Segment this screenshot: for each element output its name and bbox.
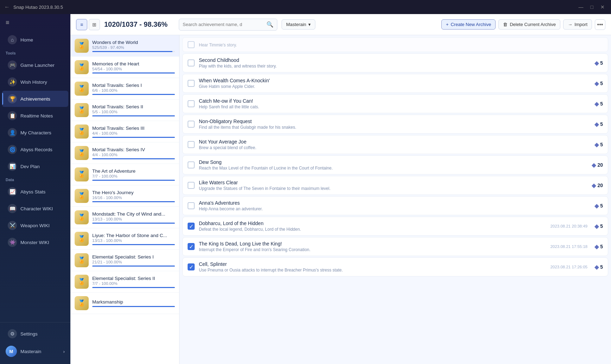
sidebar-item-label: Weapon WIKI <box>20 223 50 228</box>
back-button[interactable]: ← <box>4 4 10 10</box>
category-progress: 525/539 - 97.40% <box>92 45 175 50</box>
create-archive-button[interactable]: + Create New Archive <box>441 19 496 30</box>
topbar: ≡ ⊞ 1020/1037 - 98.36% 🔍 Masterain ▾ + C… <box>70 14 611 35</box>
achievement-checkbox[interactable] <box>188 161 195 168</box>
grid-view-button[interactable]: ⊞ <box>89 19 100 30</box>
category-list: 🏅 Wonders of the World 525/539 - 97.40% … <box>70 35 179 364</box>
avatar: M <box>6 346 17 357</box>
achievement-item: When Wealth Comes A-Knockin' Give Hatim … <box>182 74 608 93</box>
achievement-title: The King Is Dead, Long Live the King! <box>199 241 546 247</box>
primogem-icon: ◆ <box>592 162 596 168</box>
category-item[interactable]: 🏅 The Art of Adventure 7/7 - 100.00% <box>70 164 179 185</box>
achievement-checkbox[interactable]: ✓ <box>188 243 195 250</box>
category-icon: 🏅 <box>75 189 89 203</box>
achievement-checkbox[interactable] <box>188 182 195 189</box>
category-progress-bar <box>92 51 175 52</box>
achievement-points: ◆ 20 <box>592 162 603 168</box>
achievement-title: Dew Song <box>199 159 587 165</box>
achievement-checkbox[interactable]: ✓ <box>188 263 195 270</box>
create-icon: + <box>446 22 449 27</box>
achievement-checkbox[interactable]: ✓ <box>188 223 195 230</box>
achievement-desc: Play with the kids, and witness their st… <box>199 64 590 69</box>
category-item[interactable]: 🏅 Mortal Travails: Series III 4/4 - 100.… <box>70 121 179 142</box>
sidebar-item-abyss-stats[interactable]: 📈 Abyss Stats <box>2 184 68 200</box>
list-view-button[interactable]: ≡ <box>76 19 87 30</box>
sidebar-item-weapon-wiki[interactable]: ⚔️ Weapon WIKI <box>2 217 68 234</box>
import-label: Import <box>574 22 587 27</box>
achievement-checkbox[interactable] <box>188 80 195 87</box>
sidebar-item-label: My Characters <box>20 130 51 135</box>
achievement-title: Like Waters Clear <box>199 180 587 185</box>
achievement-desc: Brew a special blend of coffee. <box>199 145 590 150</box>
sidebar-item-character-wiki[interactable]: 📖 Character WIKI <box>2 200 68 217</box>
achievement-info: Like Waters Clear Upgrade the Statues of… <box>199 180 587 191</box>
sidebar-item-wish-history[interactable]: ✨ Wish History <box>2 74 68 90</box>
category-progress-bar <box>92 306 175 307</box>
category-item[interactable]: 🏅 Elemental Specialist: Series I 21/21 -… <box>70 250 179 271</box>
category-icon: 🏅 <box>75 210 89 224</box>
achievement-item-partial: Hear Timmie's story. <box>182 37 608 52</box>
create-archive-label: Create New Archive <box>451 22 491 27</box>
category-progress: 16/16 - 100.00% <box>92 196 175 200</box>
more-options-button[interactable]: ••• <box>595 19 605 30</box>
user-profile[interactable]: M Masterain › <box>0 342 70 360</box>
achievement-desc: Use Pneuma or Ousia attacks to interrupt… <box>199 268 546 273</box>
sidebar-item-monster-wiki[interactable]: 👾 Monster WIKI <box>2 234 68 250</box>
category-bar-fill <box>92 51 172 52</box>
achievement-desc: Interrupt the Emperor of Fire and Iron's… <box>199 247 546 252</box>
category-progress: 4/4 - 100.00% <box>92 153 175 157</box>
achievement-checkbox[interactable] <box>188 121 195 128</box>
category-item[interactable]: 🏅 The Hero's Journey 16/16 - 100.00% <box>70 185 179 207</box>
achievement-checkbox[interactable] <box>188 41 195 48</box>
import-icon: → <box>568 22 572 27</box>
sidebar-item-realtime-notes[interactable]: 📋 Realtime Notes <box>2 108 68 124</box>
main-content: ≡ ⊞ 1020/1037 - 98.36% 🔍 Masterain ▾ + C… <box>70 14 611 364</box>
sidebar-item-my-characters[interactable]: 👤 My Characters <box>2 124 68 141</box>
category-info: Elemental Specialist: Series I 21/21 - 1… <box>92 254 175 267</box>
category-bar-fill <box>92 180 175 181</box>
category-item[interactable]: 🏅 Mondstadt: The City of Wind and... 13/… <box>70 207 179 228</box>
achievement-checkbox[interactable] <box>188 202 195 209</box>
sidebar-item-dev-plan[interactable]: 📊 Dev Plan <box>2 158 68 174</box>
achievement-checkbox[interactable] <box>188 141 195 148</box>
category-item[interactable]: 🏅 Marksmanship <box>70 293 179 314</box>
category-icon: 🏅 <box>75 103 89 117</box>
category-item[interactable]: 🏅 Memories of the Heart 54/54 - 100.00% <box>70 57 179 78</box>
sidebar-item-abyss-records[interactable]: 🌀 Abyss Records <box>2 141 68 158</box>
search-icon: 🔍 <box>266 21 273 28</box>
delete-archive-button[interactable]: 🗑 Delete Current Archive <box>498 19 560 30</box>
category-icon: 🏅 <box>75 124 89 139</box>
category-progress-bar <box>92 223 175 224</box>
achievement-timestamp: 2023.08.21 17:26:05 <box>550 265 588 269</box>
maximize-button[interactable]: □ <box>588 4 596 11</box>
category-item[interactable]: 🏅 Liyue: The Harbor of Stone and C... 13… <box>70 228 179 250</box>
archive-name: Masterain <box>286 22 306 27</box>
achievement-points: ◆ 5 <box>594 223 603 230</box>
sidebar-item-achievements[interactable]: 🏆 Achievements <box>2 91 68 107</box>
archive-selector[interactable]: Masterain ▾ <box>282 19 315 30</box>
sidebar-item-label: Game Launcher <box>20 63 55 68</box>
sidebar-item-settings[interactable]: ⚙ Settings <box>2 326 68 342</box>
sidebar-item-game-launcher[interactable]: 🎮 Game Launcher <box>2 57 68 73</box>
category-item[interactable]: 🏅 Mortal Travails: Series I 6/6 - 100.00… <box>70 78 179 100</box>
primogem-icon: ◆ <box>594 80 599 87</box>
category-progress: 6/6 - 100.00% <box>92 88 175 92</box>
achievement-item: Catch Me-ow if You Can! Help Sareh find … <box>182 94 608 113</box>
category-item[interactable]: 🏅 Mortal Travails: Series IV 4/4 - 100.0… <box>70 142 179 164</box>
category-progress-bar <box>92 180 175 181</box>
sidebar-item-home[interactable]: ⌂ Home <box>2 32 68 48</box>
achievement-checkbox[interactable] <box>188 100 195 107</box>
sidebar-item-label: Abyss Records <box>20 147 52 152</box>
sidebar-toggle[interactable]: ≡ <box>0 14 70 31</box>
import-button[interactable]: → Import <box>563 19 592 30</box>
close-button[interactable]: ✕ <box>598 4 607 11</box>
category-progress-bar <box>92 115 175 116</box>
achievement-checkbox[interactable] <box>188 59 195 66</box>
minimize-button[interactable]: — <box>577 4 586 11</box>
search-input[interactable] <box>183 22 264 27</box>
category-item[interactable]: 🏅 Wonders of the World 525/539 - 97.40% <box>70 35 179 57</box>
category-item[interactable]: 🏅 Mortal Travails: Series II 5/5 - 100.0… <box>70 100 179 121</box>
category-info: Mortal Travails: Series I 6/6 - 100.00% <box>92 83 175 95</box>
category-icon: 🏅 <box>75 82 89 96</box>
category-item[interactable]: 🏅 Elemental Specialist: Series II 7/7 - … <box>70 271 179 293</box>
